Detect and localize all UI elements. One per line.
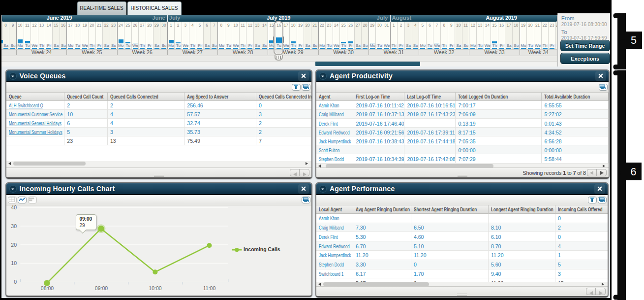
svg-text:6: 6 (631, 166, 637, 178)
svg-text:5: 5 (631, 34, 637, 46)
